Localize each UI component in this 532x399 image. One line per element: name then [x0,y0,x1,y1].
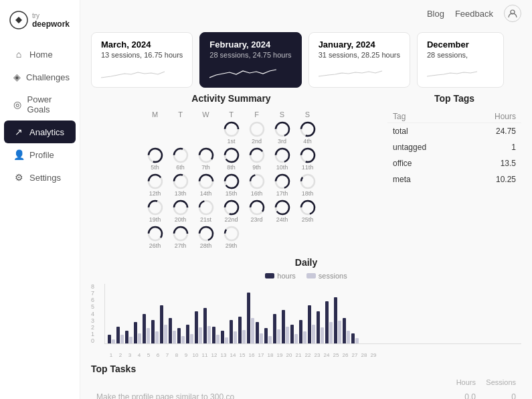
sidebar-label-analytics: Analytics [29,127,64,137]
cal-date-0-5: 3rd [278,138,286,145]
bar-sessions-16 [251,318,254,343]
daily-title: Daily [91,257,521,268]
bar-hours-4 [143,314,146,343]
svg-point-57 [225,227,238,240]
cal-cell-0-4: 2nd [246,121,268,145]
cal-ring-3-6 [300,200,316,216]
cal-ring-2-1 [173,173,189,189]
bar-group-15 [238,317,246,343]
cal-ring-3-5 [274,200,290,216]
bar-hours-19 [273,314,276,343]
march-subtitle: 13 sessions, 16.75 hours [101,51,183,59]
content-area: Activity Summary M T W T F S S 1st [80,93,532,252]
cal-cell-2-4: 16th [246,173,268,197]
cal-cell-1-6: 11th [297,147,319,171]
legend-hours-box [265,273,274,278]
month-card-january[interactable]: January, 2024 31 sessions, 28.25 hours [308,32,410,88]
cal-ring-0-4 [249,121,265,137]
bar-group-22 [299,320,306,343]
cal-date-1-3: 8th [227,164,236,171]
bar-hours-17 [256,322,259,343]
main-content: Blog Feedback March, 2024 13 sessions, 1… [80,0,532,399]
top-tags: Top Tags Tag Hours total 24.75 untagged … [387,93,521,252]
cal-cell-1-3: 8th [221,147,242,171]
x-label-8: 9 [182,352,190,358]
cal-ring-3-1 [173,200,189,216]
cal-cell-2-5: 17th [272,173,293,197]
bar-sessions-15 [242,330,246,343]
cal-cell-0-2 [195,123,217,144]
y-label-8: 8 [91,284,94,290]
march-chart [101,64,183,80]
cal-cell-4-4 [246,227,268,248]
bar-group-25 [325,301,333,343]
sidebar-item-challenges[interactable]: ◈ Challenges [4,66,76,88]
sidebar-item-settings[interactable]: ⚙ Settings [4,166,76,189]
bar-sessions-17 [260,333,263,343]
sidebar-item-profile[interactable]: 👤 Profile [4,143,76,166]
cal-cell-4-0: 26th [145,226,166,249]
tasks-header: Hours Sessions [91,378,521,386]
cal-cell-2-0: 12th [145,173,166,197]
y-label-4: 4 [91,311,94,317]
cal-week-3: 19th 20th 21st 22nd 23rd 24th [145,200,319,223]
tag-hours-2: 13.5 [465,155,521,171]
sidebar-item-analytics[interactable]: ↗ Analytics [4,121,76,143]
x-label-13: 14 [229,352,237,358]
y-label-1: 1 [91,331,94,337]
x-label-23: 24 [323,352,331,358]
cal-ring-1-5 [274,147,290,163]
february-title: February, 2024 [209,39,291,50]
cal-cell-3-0: 19th [145,200,166,223]
x-label-19: 20 [285,352,293,358]
cal-week-2: 12th 13th 14th 15th 16th 17th [145,173,319,197]
top-tasks-title: Top Tasks [91,364,521,374]
cal-ring-4-1 [173,226,189,242]
month-card-march[interactable]: March, 2024 13 sessions, 16.75 hours [91,32,193,88]
tags-tbody: total 24.75 untagged 1 office 13.5 meta … [387,123,521,188]
month-card-december[interactable]: December 28 sessions, [417,32,504,88]
chart-bars [104,284,521,344]
tag-name-2: office [387,155,465,171]
bar-group-27 [343,318,350,343]
bar-hours-15 [238,317,242,343]
bar-group-14 [230,320,237,343]
bar-hours-8 [177,328,181,343]
bar-sessions-20 [286,327,289,343]
y-label-0: 0 [91,338,94,344]
bar-hours-2 [125,331,128,343]
feedback-link[interactable]: Feedback [455,9,493,19]
bar-sessions-11 [207,326,211,343]
cal-date-3-2: 21st [200,216,211,223]
cal-ring-1-4 [249,147,265,163]
cal-ring-4-0 [147,226,163,242]
month-card-february[interactable]: February, 2024 28 sessions, 24.75 hours [199,32,301,88]
tag-hours-3: 10.25 [465,171,521,187]
y-label-3: 3 [91,318,94,324]
bar-sessions-9 [190,334,193,343]
calendar-grid: M T W T F S S [91,110,371,121]
cal-ring-4-3 [224,226,240,242]
bar-group-19 [273,314,280,343]
cal-ring-3-0 [147,200,163,216]
x-label-0: 1 [107,352,115,358]
x-label-22: 23 [313,352,321,358]
analytics-icon: ↗ [13,127,24,137]
bar-sessions-10 [199,327,202,343]
tag-row-0: total 24.75 [387,123,521,140]
cal-cell-3-4: 23rd [246,200,268,223]
bar-hours-20 [282,310,285,343]
sidebar-item-home[interactable]: ⌂ Home [4,43,76,66]
tag-col-header: Tag [387,110,465,123]
bar-sessions-3 [138,333,141,343]
cal-ring-4-2 [198,226,214,242]
power-goals-icon: ◎ [13,99,22,110]
january-title: January, 2024 [319,39,400,50]
bar-hours-11 [203,308,207,343]
february-subtitle: 28 sessions, 24.75 hours [209,51,291,59]
blog-link[interactable]: Blog [427,9,444,19]
bar-hours-18 [264,328,268,343]
sidebar-item-power-goals[interactable]: ◎ Power Goals [4,88,76,121]
tasks-list: Make the profile page similar to 300.co … [91,389,521,399]
user-avatar[interactable] [504,5,521,22]
